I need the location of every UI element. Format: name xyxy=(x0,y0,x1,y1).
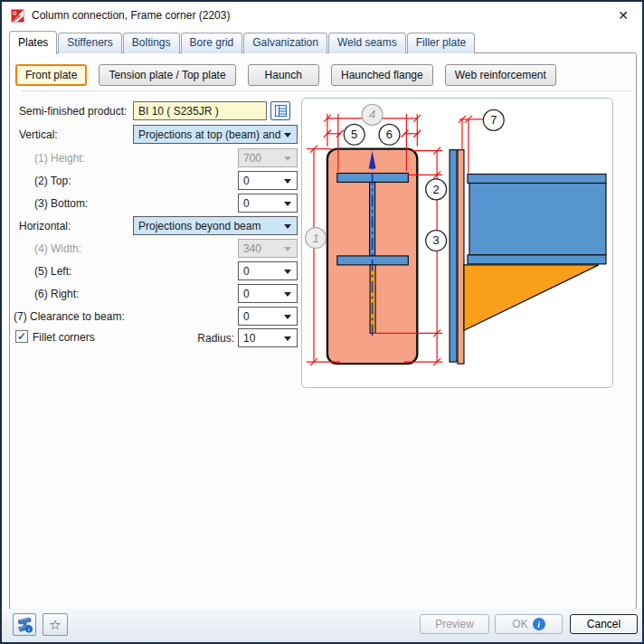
title-bar: Column connection, Frame corner (2203) ✕ xyxy=(2,2,642,29)
chevron-down-icon xyxy=(284,270,291,274)
tab-bore-grid[interactable]: Bore grid xyxy=(181,33,243,53)
chevron-down-icon xyxy=(284,247,291,251)
chevron-down-icon xyxy=(284,156,291,161)
tab-stiffeners[interactable]: Stiffeners xyxy=(58,33,121,53)
beam-web-side xyxy=(469,183,606,255)
right-input[interactable]: 0 xyxy=(238,284,298,303)
left-value: 0 xyxy=(243,265,250,278)
marker-5: 5 xyxy=(351,128,357,141)
height-label: (1) Height: xyxy=(34,152,85,166)
right-value: 0 xyxy=(243,288,250,300)
front-plate-side xyxy=(458,150,464,365)
radius-value: 10 xyxy=(243,332,255,345)
star-icon: ☆ xyxy=(49,617,61,633)
web-reinforcement-button[interactable]: Web reinforcement xyxy=(445,64,556,86)
height-value: 700 xyxy=(243,152,261,165)
left-label: (5) Left: xyxy=(34,265,71,279)
footer-bar: i ☆ Preview OK i Cancel xyxy=(2,609,642,642)
tab-strip: Plates Stiffeners Boltings Bore grid Gal… xyxy=(9,32,476,53)
cancel-button-label: Cancel xyxy=(587,618,620,630)
haunched-flange-button[interactable]: Haunched flange xyxy=(331,64,433,86)
haunch-side xyxy=(464,265,599,331)
info-icon: i xyxy=(533,618,545,630)
tab-boltings[interactable]: Boltings xyxy=(123,33,180,53)
vertical-dropdown[interactable]: Projections at top (beam) and xyxy=(133,125,298,144)
marker-3: 3 xyxy=(433,233,440,247)
plates-tab-page: Front plate Tension plate / Top plate Ha… xyxy=(9,52,637,611)
model-info-button[interactable]: i xyxy=(13,613,36,636)
marker-7: 7 xyxy=(490,113,497,127)
preview-button-label: Preview xyxy=(435,618,474,630)
vertical-label: Vertical: xyxy=(19,128,58,143)
clearance-input[interactable]: 0 xyxy=(238,307,298,326)
horizontal-dropdown[interactable]: Projections beyond beam xyxy=(133,216,298,235)
chevron-down-icon xyxy=(284,202,291,206)
horizontal-dropdown-value: Projections beyond beam xyxy=(138,220,260,232)
clearance-value: 0 xyxy=(243,310,250,323)
width-label: (4) Width: xyxy=(34,242,81,257)
beam-3d-icon: i xyxy=(15,617,33,633)
favorites-button[interactable]: ☆ xyxy=(43,613,68,636)
tension-plate-button[interactable]: Tension plate / Top plate xyxy=(99,64,235,86)
group-separator xyxy=(21,90,632,91)
height-input: 700 xyxy=(238,148,298,167)
top-value: 0 xyxy=(243,175,250,187)
width-input: 340 xyxy=(238,239,298,258)
diagram-panel: 1 4 5 6 2 3 7 xyxy=(301,98,613,388)
marker-1: 1 xyxy=(312,232,318,245)
column-flange-side xyxy=(450,150,457,363)
bottom-value: 0 xyxy=(243,197,250,210)
semi-finished-field[interactable]: BI 10 ( S235JR ) xyxy=(133,101,267,120)
vertical-dropdown-value: Projections at top (beam) and xyxy=(138,128,280,141)
fillet-corners-label: Fillet corners xyxy=(33,331,95,346)
connection-diagram: 1 4 5 6 2 3 7 xyxy=(302,99,612,387)
marker-4: 4 xyxy=(369,108,375,121)
window-title: Column connection, Frame corner (2203) xyxy=(32,9,230,22)
left-input[interactable]: 0 xyxy=(238,261,298,280)
plate-type-button-row: Front plate Tension plate / Top plate Ha… xyxy=(15,64,556,86)
ok-button-label: OK xyxy=(512,618,527,630)
tab-filler-plate[interactable]: Filler plate xyxy=(407,33,475,53)
chevron-down-icon xyxy=(284,315,291,319)
dialog-window: Column connection, Frame corner (2203) ✕… xyxy=(0,0,644,644)
marker-6: 6 xyxy=(386,128,393,141)
front-plate-button[interactable]: Front plate xyxy=(15,64,87,86)
horizontal-label: Horizontal: xyxy=(19,220,71,234)
beam-bottom-flange-side xyxy=(468,255,606,264)
chevron-down-icon xyxy=(284,336,291,341)
cancel-button[interactable]: Cancel xyxy=(570,614,638,634)
product-table-button[interactable] xyxy=(270,101,290,120)
haunch-button[interactable]: Haunch xyxy=(248,64,319,86)
tab-galvanization[interactable]: Galvanization xyxy=(243,33,327,53)
semi-finished-label: Semi-finished product: xyxy=(19,105,127,119)
app-icon xyxy=(11,9,24,23)
chevron-down-icon xyxy=(284,133,291,137)
top-input[interactable]: 0 xyxy=(238,171,298,190)
svg-text:i: i xyxy=(28,626,30,632)
clearance-label: (7) Clearance to beam: xyxy=(14,310,125,325)
bottom-input[interactable]: 0 xyxy=(238,194,298,213)
chevron-down-icon xyxy=(284,292,291,297)
chevron-down-icon xyxy=(284,224,291,229)
bottom-label: (3) Bottom: xyxy=(34,197,88,212)
radius-input[interactable]: 10 xyxy=(238,328,298,347)
preview-button[interactable]: Preview xyxy=(420,614,489,634)
right-label: (6) Right: xyxy=(34,288,79,302)
close-icon[interactable]: ✕ xyxy=(615,7,631,24)
table-icon xyxy=(275,105,287,117)
beam-top-flange-side xyxy=(468,174,606,183)
tab-plates[interactable]: Plates xyxy=(9,31,57,54)
fillet-corners-checkbox[interactable]: ✓ xyxy=(15,330,28,343)
width-value: 340 xyxy=(243,242,261,255)
chevron-down-icon xyxy=(284,179,291,184)
marker-2: 2 xyxy=(433,183,440,196)
tab-weld-seams[interactable]: Weld seams xyxy=(328,33,406,53)
radius-label: Radius: xyxy=(189,332,234,346)
ok-button[interactable]: OK i xyxy=(495,614,563,634)
top-label: (2) Top: xyxy=(34,175,71,189)
